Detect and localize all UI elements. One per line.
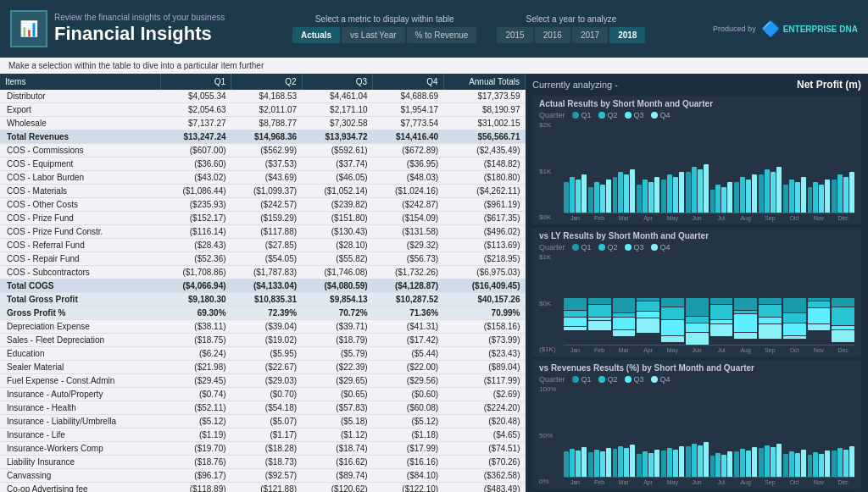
bar bbox=[643, 180, 648, 213]
x-label: Nov bbox=[808, 479, 831, 485]
table-row[interactable]: Sales - Fleet Depreciation($18.75)($19.0… bbox=[0, 334, 526, 347]
table-row[interactable]: Total Gross Profit$9,180.30$10,835.31$9,… bbox=[0, 293, 526, 307]
table-row[interactable]: Education($6.24)($5.95)($5.79)($5.44)($2… bbox=[0, 347, 526, 361]
row-cell: ($122.10) bbox=[373, 483, 444, 493]
chart3-legend-q1-label: Q1 bbox=[581, 375, 592, 384]
table-row[interactable]: Canvassing($96.17)($92.57)($89.74)($84.1… bbox=[0, 469, 526, 483]
table-row[interactable]: COS - Repair Fund($52.36)($54.05)($55.82… bbox=[0, 252, 526, 266]
table-row[interactable]: Gross Profit %69.30%72.39%70.72%71.36%70… bbox=[0, 307, 526, 320]
row-cell: $10,835.31 bbox=[231, 293, 303, 307]
bar bbox=[765, 445, 770, 477]
btn-2018[interactable]: 2018 bbox=[609, 27, 645, 43]
row-cell: ($36.95) bbox=[373, 158, 444, 171]
btn-2017[interactable]: 2017 bbox=[572, 27, 608, 43]
table-row[interactable]: COS - Materials($1,086.44)($1,099.37)($1… bbox=[0, 185, 526, 198]
bar bbox=[618, 172, 623, 213]
bar bbox=[843, 450, 849, 477]
row-cell: ($0.74) bbox=[160, 388, 231, 401]
bar bbox=[588, 305, 611, 317]
row-cell: ($60.08) bbox=[373, 401, 444, 415]
bar bbox=[588, 321, 611, 330]
table-row[interactable]: Insurance - Liability/Umbrella($5.12)($5… bbox=[0, 415, 526, 428]
bar bbox=[618, 446, 623, 477]
row-label: Insurance - Auto/Property bbox=[0, 388, 160, 401]
table-row[interactable]: Export$2,054.63$2,011.07$2,171.10$1,954.… bbox=[0, 103, 526, 117]
row-cell: ($18.28) bbox=[231, 442, 303, 456]
btn-actuals[interactable]: Actuals bbox=[292, 27, 340, 43]
row-cell: $13,247.24 bbox=[160, 130, 231, 144]
table-section[interactable]: Items Q1 Q2 Q3 Q4 Annual Totals Distribu… bbox=[0, 74, 526, 492]
row-label: Total Revenues bbox=[0, 130, 160, 144]
x-label: Jan bbox=[564, 479, 587, 485]
net-profit-label: Net Profit (m) bbox=[797, 79, 861, 91]
chart3-y-label-50: 50% bbox=[539, 432, 559, 439]
chart2-y-label-neg1k: ($1K) bbox=[539, 346, 559, 353]
chart-3-title: vs Revenues Results (%) by Short Month a… bbox=[539, 363, 854, 373]
row-cell: ($36.60) bbox=[160, 158, 231, 171]
bar bbox=[686, 323, 709, 333]
table-row[interactable]: Co-op Advertising fee($118.89)($121.88)(… bbox=[0, 483, 526, 493]
row-label: Insurance - Health bbox=[0, 401, 160, 415]
btn-vs-last-year[interactable]: vs Last Year bbox=[342, 27, 404, 43]
table-row[interactable]: Insurance - Auto/Property($0.74)($0.70)(… bbox=[0, 388, 526, 401]
bar bbox=[606, 180, 611, 213]
row-cell: 70.72% bbox=[302, 307, 373, 320]
table-row[interactable]: Total Revenues$13,247.24$14,968.36$13,93… bbox=[0, 130, 526, 144]
table-row[interactable]: Sealer Material($21.98)($22.67)($22.39)(… bbox=[0, 361, 526, 374]
bar bbox=[686, 298, 709, 316]
btn-pct-revenue[interactable]: % to Revenue bbox=[407, 27, 477, 43]
table-row[interactable]: Insurance - Life($1.19)($1.17)($1.12)($1… bbox=[0, 428, 526, 442]
table-row[interactable]: COS - Referral Fund($28.43)($27.85)($28.… bbox=[0, 239, 526, 252]
btn-2016[interactable]: 2016 bbox=[535, 27, 570, 43]
row-cell: $14,416.40 bbox=[373, 130, 444, 144]
table-row[interactable]: Wholesale$7,137.27$8,788.77$7,302.58$7,7… bbox=[0, 117, 526, 130]
row-cell: ($5.18) bbox=[302, 415, 373, 428]
bar bbox=[759, 298, 782, 304]
table-row[interactable]: Distributor$4,055.34$4,168.53$4,461.04$4… bbox=[0, 90, 526, 103]
bar-group bbox=[808, 180, 831, 213]
y-label-0k: $0K bbox=[539, 213, 559, 221]
table-row[interactable]: Insurance-Workers Comp($19.70)($18.28)($… bbox=[0, 442, 526, 456]
row-cell: ($16,409.45) bbox=[443, 279, 525, 293]
row-cell: ($37.53) bbox=[231, 158, 303, 171]
header-brand: Produced by 🔷 ENTERPRISE DNA bbox=[713, 19, 858, 38]
chart3-y-label-0: 0% bbox=[539, 478, 559, 485]
table-row[interactable]: Total COGS($4,066.94)($4,133.04)($4,080.… bbox=[0, 279, 526, 293]
table-row[interactable]: Depreciation Expense($38.11)($39.04)($39… bbox=[0, 320, 526, 334]
x-label: Jun bbox=[686, 347, 709, 353]
table-row[interactable]: COS - Subcontractors($1,708.86)($1,787.8… bbox=[0, 266, 526, 279]
table-row[interactable]: COS - Prize Fund($152.17)($159.29)($151.… bbox=[0, 212, 526, 225]
btn-2015[interactable]: 2015 bbox=[497, 27, 532, 43]
bar bbox=[661, 298, 684, 307]
bar bbox=[600, 185, 605, 213]
table-row[interactable]: COS - Equipment($36.60)($37.53)($37.74)(… bbox=[0, 158, 526, 171]
bar bbox=[783, 323, 806, 335]
row-cell: ($242.57) bbox=[231, 198, 303, 212]
table-row[interactable]: COS - Labor Burden($43.02)($43.69)($46.0… bbox=[0, 171, 526, 185]
legend-q2-label: Q2 bbox=[608, 111, 618, 119]
chart-1-bars-area: JanFebMarAprMayJunJulAugSepOctNovDec bbox=[564, 164, 854, 221]
row-cell: ($89.04) bbox=[443, 361, 525, 374]
chart-3-bars-container bbox=[564, 442, 854, 478]
row-cell: ($592.61) bbox=[302, 144, 373, 158]
table-row[interactable]: COS - Prize Fund Constr.($116.14)($117.8… bbox=[0, 225, 526, 239]
year-control-group: Select a year to analyze 2015 2016 2017 … bbox=[497, 14, 645, 43]
x-label: Aug bbox=[734, 215, 757, 221]
row-cell: ($113.69) bbox=[443, 239, 525, 252]
bar bbox=[808, 308, 831, 323]
x-label: Jul bbox=[710, 479, 733, 485]
table-row[interactable]: Liability Insurance($18.76)($18.73)($16.… bbox=[0, 456, 526, 469]
row-cell: ($607.00) bbox=[160, 144, 231, 158]
table-row[interactable]: COS - Other Costs($235.93)($242.57)($239… bbox=[0, 198, 526, 212]
brand-logo: 🔷 ENTERPRISE DNA bbox=[761, 19, 858, 38]
row-cell: ($362.58) bbox=[443, 469, 525, 483]
bar bbox=[795, 182, 800, 213]
chart-3-legend: Quarter Q1 Q2 Q3 Q4 bbox=[539, 375, 854, 384]
table-row[interactable]: Fuel Expense - Const.Admin($29.45)($29.0… bbox=[0, 374, 526, 388]
table-row[interactable]: Insurance - Health($52.11)($54.18)($57.8… bbox=[0, 401, 526, 415]
table-row[interactable]: COS - Commissions($607.00)($562.99)($592… bbox=[0, 144, 526, 158]
col-q4: Q4 bbox=[373, 74, 444, 90]
row-cell: $8,788.77 bbox=[231, 117, 303, 130]
bar-group bbox=[832, 298, 854, 342]
bar bbox=[740, 177, 745, 213]
